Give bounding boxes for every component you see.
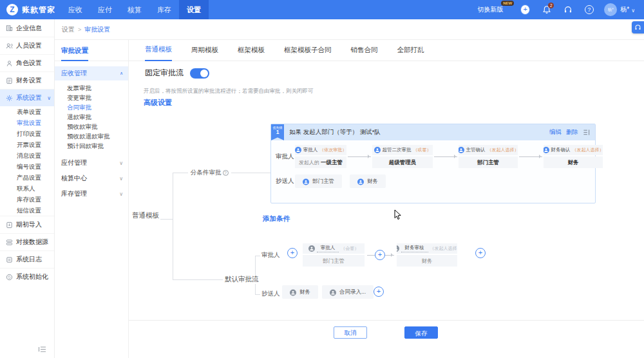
sidebar-item-role-settings[interactable]: 角色设置: [0, 54, 54, 71]
default-approver-label: 审批人: [260, 251, 281, 259]
sidebar-item-approval-settings[interactable]: 审批设置: [0, 117, 54, 128]
arrow-icon: [519, 156, 542, 157]
connector-line: [173, 279, 223, 280]
connector-line: [173, 173, 173, 279]
finance-doc-icon: [6, 77, 13, 84]
top-navbar: Z 账款管家 应收 应付 核算 库存 设置 切换新版 NEW 2 杨* 杨*: [0, 0, 644, 19]
help-circle-icon[interactable]: [223, 170, 229, 176]
nav-item-receivable[interactable]: 应收: [61, 0, 90, 19]
headset-support-icon[interactable]: [563, 5, 573, 15]
panel-group-payable[interactable]: 应付管理: [55, 156, 128, 170]
sidebar-item-system-init[interactable]: 系统初始化: [0, 268, 54, 285]
nav-item-accounting[interactable]: 核算: [120, 0, 149, 19]
floating-service-widget[interactable]: [632, 21, 644, 33]
sidebar-item-company-info[interactable]: 企业信息: [0, 19, 54, 37]
footer-divider: [129, 320, 644, 321]
panel-item-expected-collection-approval[interactable]: 预计回款审批: [55, 141, 128, 151]
panel-item-refund-approval[interactable]: 退款审批: [55, 112, 128, 122]
sidebar-item-finance-settings[interactable]: 财务设置: [0, 71, 54, 89]
condition-text: 如果 发起人部门（等于） 测试*队: [289, 128, 549, 137]
cc-chip[interactable]: 部门主管: [295, 174, 342, 188]
panel-title-tab[interactable]: 审批设置: [61, 46, 88, 61]
delete-condition-link[interactable]: 删除: [566, 128, 578, 137]
fixed-flow-toggle[interactable]: [190, 68, 209, 79]
root-template-label: 普通模板: [131, 211, 160, 220]
person-icon: [374, 147, 381, 153]
approval-node[interactable]: 审批人 （依次审批） 发起人的 一级主管: [295, 145, 346, 168]
cc-chip[interactable]: 财务: [350, 174, 386, 188]
switch-new-version-link[interactable]: 切换新版 NEW: [477, 5, 503, 14]
drag-handle-icon[interactable]: [583, 129, 590, 136]
cc-row-label: 抄送人: [276, 177, 295, 185]
sidebar-item-invoice-settings[interactable]: 开票设置: [0, 139, 54, 150]
add-node-button[interactable]: [475, 248, 486, 258]
building-icon: [6, 24, 13, 32]
sidebar-item-system-settings[interactable]: 系统设置: [0, 89, 54, 106]
new-badge: NEW: [501, 1, 514, 6]
sidebar-item-inventory-settings[interactable]: 库存设置: [0, 194, 54, 205]
tab-normal-template[interactable]: 普通模板: [145, 45, 172, 61]
app-logo: Z: [6, 4, 18, 15]
sidebar-item-sms-settings[interactable]: 短信设置: [0, 205, 54, 216]
panel-group-accounting-center[interactable]: 核算中心: [55, 171, 128, 185]
condition-card: 优先级 1 如果 发起人部门（等于） 测试*队 编辑 删除 审批人: [270, 124, 596, 203]
tab-cycle-template[interactable]: 周期模板: [191, 46, 218, 61]
download-plus-icon[interactable]: [520, 5, 530, 15]
approval-node[interactable]: 财务确认 （发起人选择） 财务: [544, 145, 603, 168]
edit-condition-link[interactable]: 编辑: [549, 128, 562, 137]
sidebar-item-product-settings[interactable]: 产品设置: [0, 172, 54, 183]
approval-node[interactable]: 主管确认 （发起人选择） 部门主管: [459, 145, 518, 168]
sidebar-item-data-source[interactable]: 对接数据源: [0, 233, 54, 250]
tab-shuffle-all[interactable]: 全部打乱: [397, 46, 424, 61]
nav-item-settings[interactable]: 设置: [179, 0, 209, 19]
sidebar-item-print-settings[interactable]: 打印设置: [0, 128, 54, 139]
cc-chip[interactable]: 合同录入...: [322, 285, 374, 299]
add-condition-link[interactable]: 添加条件: [263, 214, 290, 223]
sidebar-item-initial-import[interactable]: 期初导入: [0, 216, 54, 233]
breadcrumb-settings[interactable]: 设置: [62, 25, 75, 34]
panel-item-invoice-approval[interactable]: 发票审批: [55, 83, 128, 93]
approval-node[interactable]: 超管二次审批 （或签） 超级管理员: [372, 145, 433, 168]
cc-chip[interactable]: 财务: [282, 285, 318, 299]
main-nav: 应收 应付 核算 库存 设置: [61, 0, 209, 19]
insert-node-button[interactable]: [375, 250, 385, 260]
panel-item-advance-refund-approval[interactable]: 预收款退款审批: [55, 131, 128, 141]
chevron-up-icon: [120, 71, 123, 76]
tab-framework-subcontract[interactable]: 框架模板子合同: [284, 46, 332, 61]
approval-node[interactable]: 审批人 （会签） 部门主管: [303, 243, 365, 267]
add-cc-button[interactable]: [374, 287, 384, 297]
panel-item-advance-approval[interactable]: 预收款审批: [55, 122, 128, 131]
init-icon: [6, 274, 13, 281]
breadcrumb-current: 审批设置: [84, 25, 110, 34]
panel-item-change-approval[interactable]: 变更审批: [55, 93, 128, 102]
notification-bell-icon[interactable]: 2: [542, 5, 551, 15]
user-name[interactable]: 杨*: [620, 5, 629, 14]
sidebar-item-form-settings[interactable]: 表单设置: [0, 106, 54, 117]
sidebar-item-numbering-settings[interactable]: 编号设置: [0, 161, 54, 172]
sidebar-item-staff-settings[interactable]: 人员设置: [0, 37, 54, 54]
save-button[interactable]: 保存: [404, 326, 438, 339]
avatar[interactable]: 杨*: [604, 3, 617, 16]
sidebar-collapse-icon[interactable]: [38, 346, 46, 353]
person-icon: [330, 289, 336, 296]
help-question-icon[interactable]: [584, 5, 594, 15]
user-menu-chevron-icon[interactable]: [631, 6, 635, 14]
panel-item-contract-approval[interactable]: 合同审批: [55, 102, 128, 112]
sidebar-item-contacts[interactable]: 联系人: [0, 183, 54, 194]
advanced-settings-link[interactable]: 高级设置: [144, 98, 172, 108]
panel-group-receivable[interactable]: 应收管理: [55, 66, 128, 80]
template-tabs: 普通模板 周期模板 框架模板 框架模板子合同 销售合同 全部打乱: [129, 40, 644, 61]
sidebar-item-message-settings[interactable]: 消息设置: [0, 150, 54, 161]
nav-item-payable[interactable]: 应付: [90, 0, 120, 19]
tab-framework-template[interactable]: 框架模板: [238, 46, 265, 61]
panel-group-inventory[interactable]: 库存管理: [55, 187, 128, 201]
flow-canvas: 固定审批流 开启后，将按照所设置的审批流程进行；若需要自由审批，则关闭即可 高级…: [129, 61, 644, 358]
cancel-button[interactable]: 取消: [334, 326, 367, 339]
breadcrumb-separator: >: [78, 26, 81, 33]
tab-sales-contract[interactable]: 销售合同: [351, 46, 378, 61]
add-approver-button[interactable]: [287, 248, 298, 258]
approval-node[interactable]: 财务审核 （发起人选择） 财务: [397, 243, 457, 267]
sidebar-item-system-log[interactable]: 系统日志: [0, 250, 54, 268]
nav-item-inventory[interactable]: 库存: [149, 0, 179, 19]
chevron-down-icon: [119, 176, 123, 182]
